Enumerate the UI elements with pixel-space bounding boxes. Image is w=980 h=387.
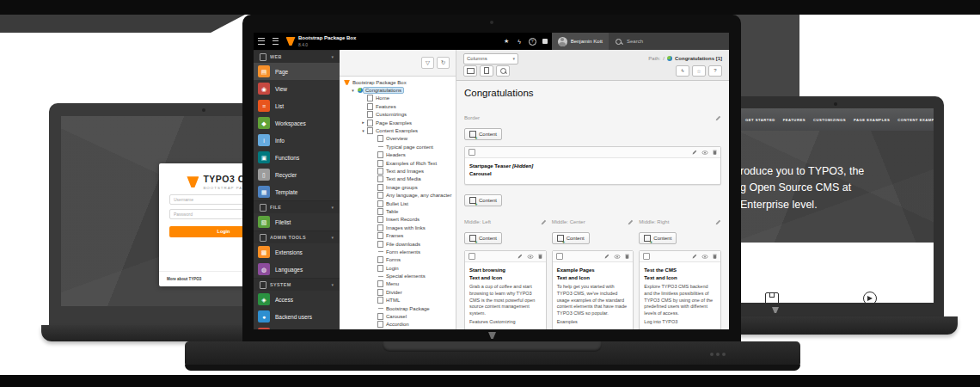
section-file[interactable]: FILE▾ (254, 200, 340, 213)
module-filelist[interactable]: ▧Filelist (254, 213, 340, 230)
tree-item-root[interactable]: Bootstrap Package Box (340, 78, 456, 86)
edit-icon[interactable] (715, 115, 721, 121)
tree-item[interactable]: Congratulations (340, 86, 456, 94)
add-content-button[interactable]: Content (552, 232, 590, 244)
nav-customizings[interactable]: CUSTOMIZINGS (813, 118, 846, 122)
menu-toggle-button[interactable] (254, 33, 268, 50)
tree-item[interactable]: Accordion (340, 321, 456, 329)
pagetree-toggle-button[interactable] (268, 33, 283, 50)
tree-item[interactable]: Bullet List (340, 200, 456, 207)
tree-item[interactable]: Divider (340, 288, 456, 296)
more-about-link[interactable]: More about TYPO3 (167, 277, 201, 281)
view-mode-select[interactable]: Columns▾ (463, 53, 518, 64)
module-list[interactable]: ≡List (254, 97, 340, 114)
module-access[interactable]: ◈Access (254, 291, 340, 308)
search-button[interactable] (496, 65, 510, 77)
delete-icon[interactable] (713, 254, 717, 259)
topbar-search[interactable] (609, 33, 729, 50)
tree-item[interactable]: Form elements (340, 248, 456, 255)
tree-item[interactable]: HTML (340, 297, 456, 304)
tree-item[interactable]: Text and Media (340, 175, 456, 183)
edit-icon[interactable] (715, 219, 721, 225)
delete-icon[interactable] (538, 254, 542, 259)
visibility-icon[interactable] (701, 255, 708, 259)
help-button[interactable]: ? (526, 33, 539, 50)
add-content-button[interactable]: Content (464, 232, 502, 244)
view-webpage-button[interactable] (463, 65, 477, 77)
module-languages[interactable]: ◍Languages (254, 261, 340, 278)
delete-icon[interactable] (625, 254, 629, 259)
tree-item[interactable]: Home (340, 95, 456, 102)
add-content-button[interactable]: Content (464, 128, 502, 140)
tree-item[interactable]: Customizings (340, 111, 456, 119)
module-page[interactable]: ▤Page (254, 63, 340, 80)
collapse-icon[interactable] (350, 89, 356, 93)
expand-icon[interactable] (360, 120, 366, 125)
content-element-card[interactable]: Start browsing Text and Icon Grab a cup … (464, 250, 547, 329)
section-system[interactable]: SYSTEM▾ (254, 278, 340, 291)
opendocs-button[interactable] (539, 33, 552, 50)
module-functions[interactable]: ▣Functions (254, 149, 340, 166)
tree-item[interactable]: Forms (340, 256, 456, 264)
content-element-card[interactable]: Example Pages Text and Icon To help get … (552, 250, 634, 329)
tree-item[interactable]: Images with links (340, 224, 456, 231)
module-view[interactable]: ◉View (254, 80, 340, 97)
search-input[interactable] (625, 38, 722, 45)
tree-item[interactable]: Image groups (340, 183, 456, 191)
tree-item[interactable]: Page Examples (340, 119, 456, 126)
edit-icon[interactable] (604, 254, 609, 259)
tree-filter-button[interactable]: ▽ (421, 57, 434, 69)
edit-icon[interactable] (518, 254, 523, 259)
edit-icon[interactable] (692, 254, 697, 259)
tree-item[interactable]: Text and Images (340, 167, 456, 175)
add-content-button[interactable]: Content (464, 194, 502, 206)
tree-item[interactable]: Bootstrap Package (340, 304, 456, 312)
nav-get-started[interactable]: GET STARTED (745, 118, 775, 122)
nav-page-examples[interactable]: PAGE EXAMPLES (854, 118, 890, 122)
visibility-icon[interactable] (614, 255, 621, 259)
edit-icon[interactable] (628, 219, 634, 225)
visibility-icon[interactable] (527, 255, 534, 259)
module-template[interactable]: ▦Template (254, 183, 340, 200)
module-recycler[interactable]: ▯Recycler (254, 166, 340, 183)
module-workspaces[interactable]: ◆Workspaces (254, 114, 340, 132)
help-button[interactable]: ? (708, 65, 722, 77)
tree-item[interactable]: Special elements (340, 272, 456, 280)
user-menu[interactable]: Benjamin Kott (552, 33, 609, 50)
nav-content-examples[interactable]: CONTENT EXAMPLES (897, 118, 934, 122)
tree-item[interactable]: Any language, any character (340, 191, 456, 199)
content-element-card[interactable]: Test the CMS Text and Icon Explore TYPO3… (639, 250, 721, 329)
tree-item[interactable]: Examples of Rich Text (340, 159, 456, 167)
tree-item[interactable]: Features (340, 102, 456, 110)
edit-icon[interactable] (692, 150, 697, 155)
tree-item[interactable]: Login (340, 264, 456, 272)
module-extensions[interactable]: ▩Extensions (254, 243, 340, 261)
tree-item[interactable]: Frames (340, 231, 456, 239)
tree-item[interactable]: Table (340, 207, 456, 215)
tree-item[interactable]: File downloads (340, 240, 456, 248)
tree-item[interactable]: Overview (340, 135, 456, 143)
module-info[interactable]: iInfo (254, 132, 340, 149)
tree-item[interactable]: Headers (340, 151, 456, 159)
bookmark-button[interactable]: ☆ (692, 65, 706, 77)
bookmarks-button[interactable]: ★ (500, 33, 513, 50)
edit-icon[interactable] (541, 219, 547, 225)
tree-item[interactable]: Insert Records (340, 216, 456, 224)
clear-cache-button[interactable]: ϟ (513, 33, 526, 50)
section-web[interactable]: WEB▾ (254, 50, 340, 63)
tree-refresh-button[interactable]: ↻ (437, 57, 450, 69)
section-admin-tools[interactable]: ADMIN TOOLS▾ (254, 230, 340, 243)
nav-features[interactable]: FEATURES (783, 118, 805, 122)
tree-item[interactable]: Carousel (340, 312, 456, 320)
content-element-card[interactable]: Startpage Teaser [Hidden] Carousel (464, 146, 721, 185)
add-content-button[interactable]: Content (639, 232, 677, 244)
module-log[interactable]: ▥Log (254, 325, 340, 329)
clear-cache-button[interactable]: ϟ (676, 65, 689, 77)
tree-item[interactable]: Typical page content (340, 143, 456, 150)
tree-item[interactable]: Menu (340, 280, 456, 288)
typo3-logo-button[interactable] (283, 33, 298, 50)
edit-page-properties-button[interactable] (480, 65, 493, 77)
visibility-icon[interactable] (701, 150, 708, 155)
module-backend-users[interactable]: ●Backend users (254, 308, 340, 325)
tree-item[interactable]: Content Examples (340, 126, 456, 134)
